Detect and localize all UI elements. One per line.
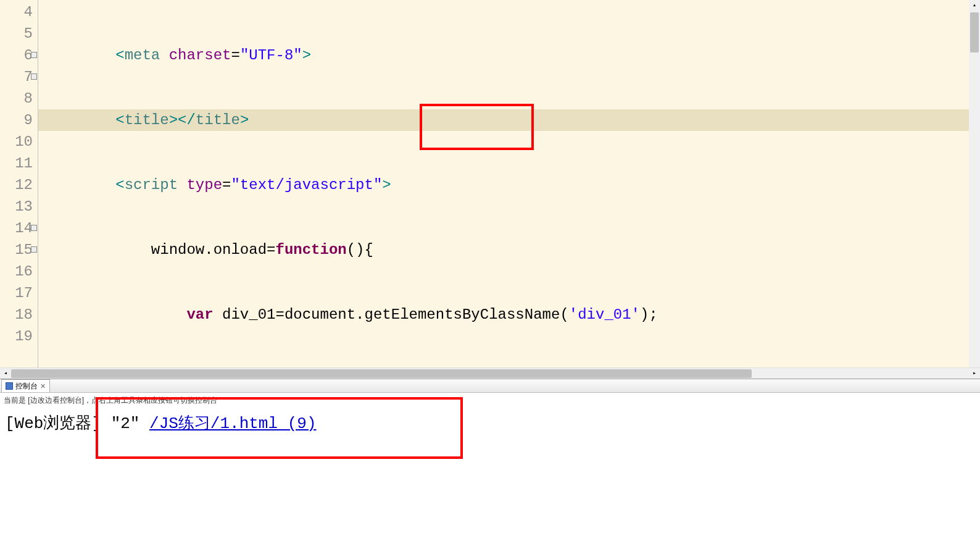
scrollbar-thumb[interactable] [970, 12, 979, 52]
console-log-value: "2" [111, 414, 140, 433]
console-source-link[interactable]: /JS练习/1.html (9) [149, 414, 316, 433]
line-number: 13 [0, 196, 33, 217]
line-number: 15 [0, 239, 33, 261]
line-number: 9 [0, 109, 33, 131]
line-number: 8 [0, 88, 33, 109]
line-number: 16 [0, 261, 33, 282]
scrollbar-up-arrow-icon[interactable]: ▴ [969, 0, 980, 11]
line-number: 18 [0, 304, 33, 325]
line-number: 12 [0, 174, 33, 196]
console-icon [6, 382, 13, 390]
code-editor[interactable]: 4 5 6 7 8 9 10 11 12 13 14 15 16 17 18 1… [0, 0, 980, 367]
line-number: 4 [0, 1, 33, 23]
line-number-gutter: 4 5 6 7 8 9 10 11 12 13 14 15 16 17 18 1… [0, 0, 38, 367]
code-line: <meta charset="UTF-8"> [38, 44, 980, 66]
fold-marker-icon[interactable] [31, 73, 37, 80]
line-number: 11 [0, 153, 33, 174]
line-number: 6 [0, 44, 33, 66]
code-line: var div_01=document.getElementsByClassNa… [38, 304, 980, 325]
code-line-active: <title></title> [38, 109, 980, 131]
fold-marker-icon[interactable] [31, 246, 37, 253]
fold-marker-icon[interactable] [31, 52, 37, 58]
console-panel: 控制台 ✕ 当前是 [边改边看控制台]，点右上角工具条相应按钮可切换控制台 [W… [0, 379, 980, 533]
line-number: 14 [0, 217, 33, 239]
console-output-line: [Web浏览器] "2" /JS练习/1.html (9) [0, 408, 980, 437]
close-icon[interactable]: ✕ [40, 382, 46, 390]
vertical-scrollbar[interactable]: ▴ [969, 0, 980, 367]
line-number: 5 [0, 23, 33, 44]
code-line: window.onload=function(){ [38, 239, 980, 261]
line-number: 7 [0, 66, 33, 88]
console-source-label: [Web浏览器] [5, 414, 101, 433]
console-tab-label: 控制台 [15, 381, 38, 392]
fold-marker-icon[interactable] [31, 225, 37, 231]
horizontal-scrollbar[interactable]: ◂ ▸ [0, 367, 980, 379]
console-tab[interactable]: 控制台 ✕ [1, 379, 50, 392]
scrollbar-right-arrow-icon[interactable]: ▸ [969, 368, 980, 379]
scrollbar-left-arrow-icon[interactable]: ◂ [0, 368, 11, 379]
code-text-area[interactable]: <meta charset="UTF-8"> <title></title> <… [38, 0, 980, 367]
scrollbar-thumb[interactable] [11, 369, 752, 378]
line-number: 17 [0, 282, 33, 304]
console-tabbar: 控制台 ✕ [0, 379, 980, 393]
code-line: <script type="text/javascript"> [38, 174, 980, 196]
line-number: 19 [0, 325, 33, 347]
line-number: 10 [0, 131, 33, 153]
console-hint-text: 当前是 [边改边看控制台]，点右上角工具条相应按钮可切换控制台 [0, 393, 980, 408]
